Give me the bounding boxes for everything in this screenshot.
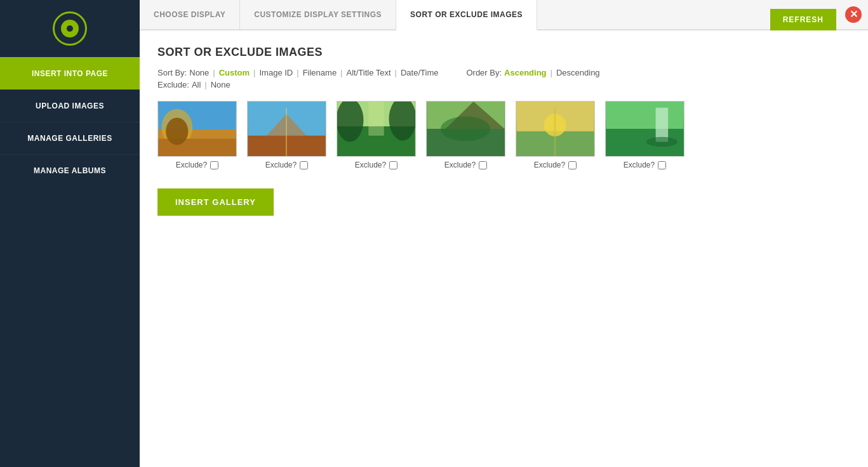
exclude-label-5: Exclude? [534, 161, 565, 169]
sep-2: | [253, 68, 255, 77]
list-item: Exclude? [426, 101, 505, 169]
image-thumbnail-5 [516, 101, 595, 157]
refresh-button[interactable]: REFRESH [770, 9, 836, 30]
exclude-label-6: Exclude? [624, 161, 655, 169]
page-title: SORT OR EXCLUDE IMAGES [157, 46, 850, 59]
exclude-row-1: Exclude? [176, 161, 218, 169]
sidebar-item-manage-albums[interactable]: MANAGE ALBUMS [0, 154, 140, 187]
exclude-row-5: Exclude? [534, 161, 577, 169]
exclude-label-2: Exclude? [265, 161, 297, 169]
image-thumbnail-1 [157, 101, 237, 157]
svg-point-25 [646, 137, 678, 147]
svg-point-4 [166, 117, 188, 145]
exclude-none[interactable]: None [211, 80, 230, 89]
exclude-checkbox-3[interactable] [389, 161, 397, 169]
sort-image-id[interactable]: Image ID [260, 68, 293, 77]
content-area: SORT OR EXCLUDE IMAGES Sort By: None | C… [140, 30, 868, 467]
tab-customize-display-settings[interactable]: CUSTOMIZE DISPLAY SETTINGS [240, 0, 396, 29]
logo-inner [61, 20, 79, 37]
exclude-checkbox-5[interactable] [568, 161, 577, 169]
exclude-row-4: Exclude? [444, 161, 487, 169]
image-thumbnail-6 [605, 101, 684, 157]
svg-point-17 [441, 116, 490, 141]
exclude-row-3: Exclude? [355, 161, 397, 169]
tabs-bar: CHOOSE DISPLAY CUSTOMIZE DISPLAY SETTING… [140, 0, 868, 30]
sort-custom[interactable]: Custom [219, 68, 250, 77]
order-by-label: Order By: [466, 68, 502, 77]
logo-circle [53, 11, 87, 46]
image-thumbnail-4 [426, 101, 505, 157]
exclude-checkbox-4[interactable] [479, 161, 487, 169]
order-ascending[interactable]: Ascending [504, 68, 546, 77]
sort-by-label: Sort By: [157, 68, 187, 77]
sidebar: INSERT INTO PAGE UPLOAD IMAGES MANAGE GA… [0, 0, 140, 467]
app-logo [0, 0, 140, 57]
sort-date-time[interactable]: Date/Time [401, 68, 438, 77]
list-item: Exclude? [516, 101, 595, 169]
exclude-row-2: Exclude? [265, 161, 308, 169]
exclude-checkbox-6[interactable] [658, 161, 666, 169]
close-button[interactable]: ✕ [845, 6, 862, 23]
main-area: CHOOSE DISPLAY CUSTOMIZE DISPLAY SETTING… [140, 0, 868, 467]
logo-dot [67, 25, 73, 32]
sidebar-item-manage-galleries[interactable]: MANAGE GALLERIES [0, 122, 140, 154]
sort-filename[interactable]: Filename [303, 68, 337, 77]
sep-1: | [213, 68, 215, 77]
list-item: Exclude? [157, 101, 237, 169]
tab-choose-display[interactable]: CHOOSE DISPLAY [140, 0, 240, 29]
sep-3: | [297, 68, 298, 77]
sidebar-item-insert-into-page[interactable]: INSERT INTO PAGE [0, 57, 140, 89]
exclude-all[interactable]: All [192, 80, 201, 89]
exclude-checkbox-1[interactable] [210, 161, 218, 169]
sort-alt-title[interactable]: Alt/Title Text [347, 68, 391, 77]
list-item: Exclude? [247, 101, 326, 169]
exclude-label-4: Exclude? [444, 161, 476, 169]
sidebar-item-upload-images[interactable]: UPLOAD IMAGES [0, 89, 140, 122]
image-thumbnail-2 [247, 101, 326, 157]
list-item: Exclude? [337, 101, 416, 169]
sort-bar: Sort By: None | Custom | Image ID | File… [157, 68, 850, 77]
sep-5: | [395, 68, 397, 77]
image-thumbnail-3 [337, 101, 416, 157]
sort-none[interactable]: None [189, 68, 209, 77]
images-grid: Exclude? Exclude? [157, 101, 850, 169]
order-bar: Order By: Ascending | Descending [466, 68, 599, 77]
sep-7: | [204, 80, 206, 89]
svg-rect-13 [368, 102, 384, 136]
exclude-bar: Exclude: All | None [157, 80, 850, 89]
exclude-label-1: Exclude? [176, 161, 207, 169]
exclude-row-6: Exclude? [624, 161, 666, 169]
exclude-label: Exclude: [157, 80, 189, 89]
svg-rect-24 [656, 108, 669, 142]
insert-gallery-button[interactable]: INSERT GALLERY [157, 188, 274, 216]
order-descending[interactable]: Descending [556, 68, 600, 77]
tab-sort-or-exclude-images[interactable]: SORT OR EXCLUDE IMAGES [396, 0, 537, 30]
exclude-checkbox-2[interactable] [300, 161, 308, 169]
exclude-label-3: Exclude? [355, 161, 386, 169]
sep-4: | [340, 68, 342, 77]
sep-6: | [551, 68, 552, 77]
list-item: Exclude? [605, 101, 684, 169]
